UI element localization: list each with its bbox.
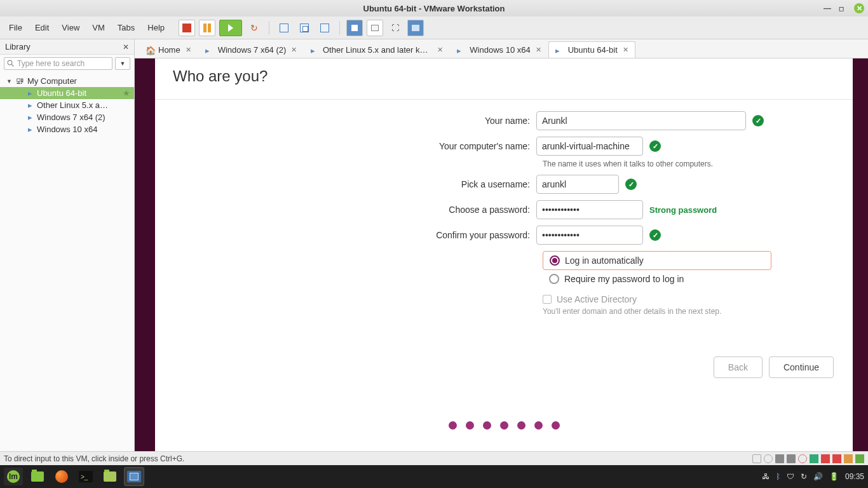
tray-bluetooth-icon[interactable]: ᛒ bbox=[776, 472, 780, 481]
menu-edit[interactable]: Edit bbox=[30, 20, 54, 35]
device-usb-icon[interactable] bbox=[821, 454, 830, 463]
tray-volume-icon[interactable]: 🔊 bbox=[813, 472, 823, 481]
device-hdd-icon[interactable] bbox=[787, 454, 796, 463]
caret-down-icon: ▼ bbox=[6, 78, 12, 85]
library-item-label: Other Linux 5.x a… bbox=[37, 100, 108, 110]
close-icon[interactable]: ✕ bbox=[437, 46, 443, 54]
confirm-password-input[interactable] bbox=[536, 226, 643, 245]
tab-label: Other Linux 5.x and later kerne… bbox=[323, 45, 432, 55]
toolbar-restart-button[interactable]: ↻ bbox=[246, 20, 262, 36]
taskbar-files-button[interactable] bbox=[28, 468, 47, 485]
library-close-button[interactable]: ✕ bbox=[123, 43, 129, 51]
device-display-icon[interactable] bbox=[855, 454, 864, 463]
radio-login-automatically[interactable]: Log in automatically bbox=[543, 251, 771, 270]
tab-ubuntu[interactable]: ▸Ubuntu 64-bit✕ bbox=[548, 41, 635, 58]
window-close-button[interactable] bbox=[854, 3, 864, 13]
library-item-ubuntu[interactable]: ▸ Ubuntu 64-bit ★ bbox=[0, 87, 134, 99]
tab-windows10[interactable]: ▸Windows 10 x64✕ bbox=[450, 41, 548, 58]
library-item-windows10[interactable]: ▸ Windows 10 x64 bbox=[0, 123, 134, 135]
svg-point-0 bbox=[8, 60, 12, 65]
tray-sync-icon[interactable]: ↻ bbox=[801, 472, 807, 481]
check-ok-icon bbox=[649, 229, 661, 241]
toolbar-snapshot-manager-button[interactable] bbox=[296, 20, 313, 36]
toolbar-suspend-button[interactable] bbox=[199, 20, 215, 36]
window-title: Ubuntu 64-bit - VMware Workstation bbox=[363, 4, 505, 13]
tab-home[interactable]: 🏠Home✕ bbox=[139, 41, 198, 58]
dot-icon bbox=[466, 421, 474, 430]
start-menu-button[interactable]: lm bbox=[4, 468, 23, 485]
menu-tabs[interactable]: Tabs bbox=[112, 20, 140, 35]
toolbar-revert-button[interactable] bbox=[316, 20, 333, 36]
radio-on-icon bbox=[550, 255, 560, 266]
close-icon[interactable]: ✕ bbox=[623, 46, 628, 54]
vm-display[interactable]: Who are you? Your name: Your computer's … bbox=[135, 58, 868, 451]
device-net-icon[interactable] bbox=[810, 454, 818, 463]
menu-vm[interactable]: VM bbox=[87, 20, 110, 35]
device-cd-icon[interactable] bbox=[798, 454, 807, 463]
your-name-input[interactable] bbox=[536, 111, 746, 130]
taskbar-vmware-button[interactable] bbox=[125, 468, 144, 485]
device-hdd-icon[interactable] bbox=[775, 454, 784, 463]
radio-off-icon bbox=[549, 274, 559, 284]
active-directory-hint: You'll enter domain and other details in… bbox=[543, 307, 853, 316]
toolbar-fullscreen-button[interactable]: ⛶ bbox=[387, 20, 403, 36]
password-input[interactable] bbox=[536, 200, 643, 219]
library-title: Library bbox=[5, 42, 31, 51]
toolbar-view-thumbnail-button[interactable] bbox=[367, 20, 383, 36]
library-search-input[interactable]: Type here to search bbox=[4, 57, 112, 70]
continue-button[interactable]: Continue bbox=[769, 356, 834, 378]
menubar: File Edit View VM Tabs Help ↻ ⛶ bbox=[0, 17, 868, 39]
tray-network-icon[interactable]: 🖧 bbox=[762, 472, 770, 481]
taskbar-terminal-button[interactable]: >_ bbox=[76, 468, 95, 485]
close-icon[interactable]: ✕ bbox=[186, 46, 191, 54]
library-item-windows7[interactable]: ▸ Windows 7 x64 (2) bbox=[0, 111, 134, 123]
vm-icon: ▸ bbox=[25, 125, 34, 134]
library-item-other-linux[interactable]: ▸ Other Linux 5.x a… bbox=[0, 99, 134, 111]
device-icon[interactable] bbox=[764, 454, 773, 463]
taskbar-files2-button[interactable] bbox=[100, 468, 119, 485]
device-printer-icon[interactable] bbox=[844, 454, 853, 463]
computer-name-input[interactable] bbox=[536, 137, 643, 156]
dot-icon bbox=[517, 421, 526, 430]
menu-file[interactable]: File bbox=[4, 20, 27, 35]
library-search-dropdown[interactable]: ▼ bbox=[115, 57, 130, 70]
tray-battery-icon[interactable]: 🔋 bbox=[829, 472, 839, 481]
menu-help[interactable]: Help bbox=[142, 20, 170, 35]
back-button[interactable]: Back bbox=[714, 356, 763, 378]
device-sound-icon[interactable] bbox=[832, 454, 841, 463]
toolbar-snapshot-button[interactable] bbox=[276, 20, 292, 36]
toolbar-separator bbox=[339, 21, 340, 35]
window-titlebar: Ubuntu 64-bit - VMware Workstation bbox=[0, 0, 868, 17]
username-label: Pick a username: bbox=[155, 179, 536, 189]
tab-label: Windows 10 x64 bbox=[470, 45, 530, 55]
library-root-my-computer[interactable]: ▼ 🖳 My Computer bbox=[0, 75, 134, 87]
vm-icon: ▸ bbox=[25, 113, 34, 122]
menu-view[interactable]: View bbox=[57, 20, 85, 35]
tray-updates-icon[interactable]: 🛡 bbox=[787, 472, 794, 481]
window-minimize-button[interactable] bbox=[824, 3, 832, 12]
toolbar-view-console-button[interactable] bbox=[346, 20, 363, 36]
search-icon bbox=[7, 60, 15, 67]
tray-clock[interactable]: 09:35 bbox=[845, 472, 864, 481]
close-icon[interactable]: ✕ bbox=[291, 46, 297, 54]
installer-heading: Who are you? bbox=[155, 58, 853, 100]
radio-require-password[interactable]: Require my password to log in bbox=[543, 270, 853, 288]
tab-windows7[interactable]: ▸Windows 7 x64 (2)✕ bbox=[198, 41, 304, 58]
library-sidebar: Library ✕ Type here to search ▼ ▼ 🖳 My C… bbox=[0, 39, 135, 451]
dot-icon bbox=[483, 421, 491, 430]
toolbar-poweroff-button[interactable] bbox=[179, 20, 195, 36]
dot-icon bbox=[449, 421, 457, 430]
toolbar-unity-button[interactable] bbox=[407, 20, 424, 36]
library-item-label: Ubuntu 64-bit bbox=[37, 88, 86, 98]
tab-other-linux[interactable]: ▸Other Linux 5.x and later kerne…✕ bbox=[304, 41, 450, 58]
taskbar-firefox-button[interactable] bbox=[52, 468, 71, 485]
toolbar-poweron-button[interactable] bbox=[219, 20, 242, 36]
device-icon[interactable] bbox=[752, 454, 761, 463]
password-strength: Strong password bbox=[649, 205, 717, 215]
confirm-password-label: Confirm your password: bbox=[155, 230, 536, 240]
username-input[interactable] bbox=[536, 175, 619, 194]
window-maximize-button[interactable] bbox=[839, 3, 848, 12]
close-icon[interactable]: ✕ bbox=[536, 46, 541, 54]
dot-icon bbox=[552, 421, 560, 430]
checkbox-active-directory[interactable]: Use Active Directory bbox=[543, 294, 853, 304]
